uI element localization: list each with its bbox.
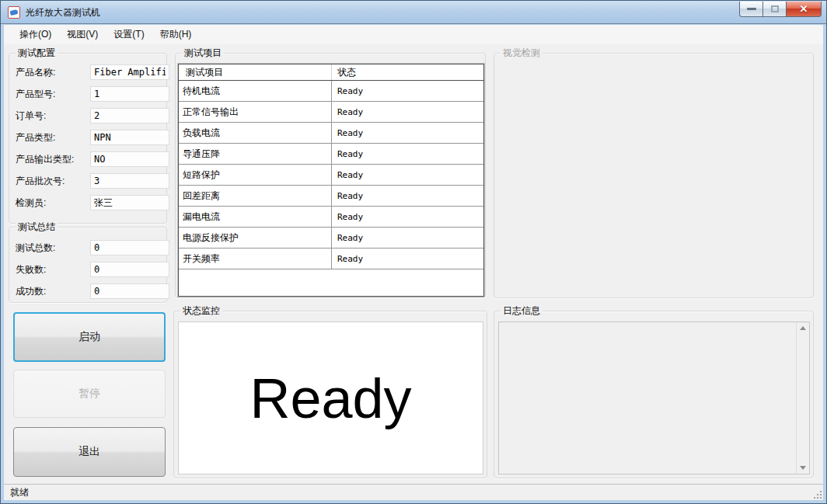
window-controls: ✕ [739,2,822,17]
field-output-type: 产品输出类型: [16,151,160,167]
start-button[interactable]: 启动 [13,312,166,362]
item-name: 待机电流 [179,81,332,101]
inspector-input[interactable] [90,195,169,210]
statusbar: 就绪 [4,484,823,500]
item-status: Ready [332,165,483,185]
table-row[interactable]: 开关频率 Ready [179,249,483,269]
output-type-label: 产品输出类型: [16,153,74,166]
column-header-name: 测试项目 [179,64,332,80]
pause-button[interactable]: 暂停 [13,370,166,418]
log-scrollbar[interactable] [796,322,809,474]
menu-help[interactable]: 帮助(H) [152,25,200,44]
item-status: Ready [332,249,483,269]
field-success-count: 成功数: [16,283,160,299]
table-header: 测试项目 状态 [179,64,483,81]
table-row[interactable]: 电源反接保护 Ready [179,228,483,249]
window-title: 光纤放大器测试机 [26,6,100,19]
test-items-table: 测试项目 状态 待机电流 Ready 正常信号输出 Ready 负载电流 Rea… [178,64,484,297]
product-type-label: 产品类型: [16,131,55,144]
field-inspector: 检测员: [16,195,160,210]
column-header-status: 状态 [332,66,483,79]
item-status: Ready [332,102,483,122]
scroll-down-icon[interactable] [800,466,806,470]
minimize-button[interactable] [739,2,762,17]
output-type-input[interactable] [90,151,169,167]
field-product-type: 产品类型: [16,130,160,145]
batch-number-input[interactable] [90,173,169,189]
group-vision-inspection-title: 视觉检测 [501,47,543,58]
product-model-label: 产品型号: [16,88,55,101]
item-status: Ready [332,186,483,206]
maximize-icon [771,5,779,12]
minimize-icon [747,8,756,10]
group-status-monitor-title: 状态监控 [180,305,222,316]
item-name: 开关频率 [179,249,332,269]
item-name: 回差距离 [179,186,332,206]
product-name-input[interactable] [90,64,169,80]
menu-view[interactable]: 视图(V) [59,25,106,44]
total-tests-input[interactable] [90,240,169,255]
total-tests-label: 测试总数: [16,242,55,255]
scroll-up-icon[interactable] [800,326,806,330]
table-row[interactable]: 回差距离 Ready [179,186,483,207]
field-product-name: 产品名称: [16,64,160,80]
field-order-number: 订单号: [16,108,160,123]
group-test-config-title: 测试配置 [16,47,58,58]
group-log-info-title: 日志信息 [501,305,543,316]
order-number-input[interactable] [90,108,169,123]
table-row[interactable]: 导通压降 Ready [179,144,483,165]
success-count-input[interactable] [90,283,169,299]
table-row[interactable]: 漏电电流 Ready [179,207,483,228]
maximize-button[interactable] [762,2,786,17]
client-area: 测试配置 产品名称: 产品型号: 订单号: 产品类型: [4,44,823,484]
fail-count-input[interactable] [90,262,169,277]
app-window: 光纤放大器测试机 ✕ 操作(O) 视图(V) 设置(T) 帮助(H) 测试配置 … [0,0,827,504]
config-fields: 产品名称: 产品型号: 订单号: 产品类型: 产品输出类型: [16,64,160,210]
inspector-label: 检测员: [16,196,46,210]
statusbar-text: 就绪 [10,486,29,499]
product-type-input[interactable] [90,130,169,145]
summary-fields: 测试总数: 失败数: 成功数: [16,240,160,299]
table-row[interactable]: 待机电流 Ready [179,81,483,102]
item-name: 电源反接保护 [179,228,332,248]
item-status: Ready [332,123,483,143]
table-row[interactable]: 短路保护 Ready [179,165,483,186]
item-name: 导通压降 [179,144,332,164]
field-product-model: 产品型号: [16,86,160,102]
item-status: Ready [332,144,483,164]
menubar: 操作(O) 视图(V) 设置(T) 帮助(H) [4,25,823,44]
group-log-info: 日志信息 [494,311,814,478]
exit-button[interactable]: 退出 [13,427,166,477]
fail-count-label: 失败数: [16,263,46,276]
close-button[interactable]: ✕ [786,2,822,17]
close-icon: ✕ [800,4,808,14]
item-status: Ready [332,228,483,248]
item-name: 短路保护 [179,165,332,185]
resize-grip[interactable] [814,491,823,500]
table-row[interactable]: 正常信号输出 Ready [179,102,483,123]
group-vision-inspection: 视觉检测 [494,53,814,298]
menu-operate[interactable]: 操作(O) [12,25,59,44]
batch-number-label: 产品批次号: [16,175,65,188]
table-row[interactable]: 负载电流 Ready [179,123,483,144]
order-number-label: 订单号: [16,109,46,123]
group-test-summary-title: 测试总结 [16,221,58,232]
success-count-label: 成功数: [16,285,46,298]
item-name: 漏电电流 [179,207,332,227]
field-total-tests: 测试总数: [16,240,160,255]
product-model-input[interactable] [90,86,169,102]
status-monitor-panel: Ready [178,322,483,474]
item-name: 负载电流 [179,123,332,143]
group-test-items-title: 测试项目 [182,47,224,58]
group-test-config: 测试配置 产品名称: 产品型号: 订单号: 产品类型: [9,53,167,224]
item-status: Ready [332,81,483,101]
group-status-monitor: 状态监控 Ready [173,311,487,478]
product-name-label: 产品名称: [16,66,55,79]
titlebar[interactable]: 光纤放大器测试机 ✕ [1,1,826,24]
field-fail-count: 失败数: [16,262,160,277]
item-name: 正常信号输出 [179,102,332,122]
menu-settings[interactable]: 设置(T) [106,25,152,44]
log-textarea[interactable] [498,322,810,474]
status-monitor-value: Ready [249,367,411,430]
group-test-summary: 测试总结 测试总数: 失败数: 成功数: [9,227,167,303]
